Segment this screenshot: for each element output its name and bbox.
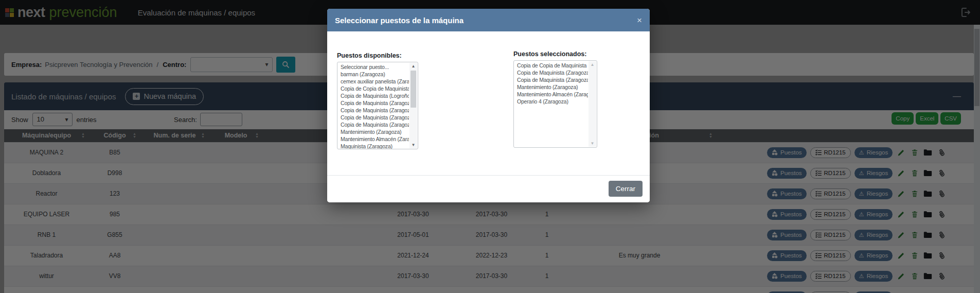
modal-header: Seleccionar puestos de la máquina × [327, 9, 650, 31]
listbox-option[interactable]: Copia de Maquinista (Logroño) [337, 92, 409, 99]
scrollbar-thumb[interactable] [411, 71, 416, 108]
selected-options: Copia de Copia de Maquinista (Zaragoza)C… [514, 62, 588, 105]
modal-body: Puestos disponibles: Seleccionar puesto.… [327, 31, 650, 175]
listbox-option[interactable]: Copia de Maquinista (Zaragoza) [337, 114, 409, 121]
select-puestos-modal: Seleccionar puestos de la máquina × Pues… [327, 9, 650, 202]
scroll-down-icon[interactable]: ▼ [409, 142, 417, 148]
listbox-option[interactable]: Copia de Maquinista (Zaragoza) [337, 99, 409, 107]
scroll-up-icon[interactable]: ▲ [589, 61, 596, 68]
listbox-option[interactable]: Mantenimiento Almacén (Zaragoza) [337, 135, 409, 143]
listbox-option[interactable]: Mantenimiento Almacén (Zaragoza) [514, 91, 588, 98]
available-label: Puestos disponibles: [337, 52, 418, 59]
listbox-option[interactable]: Seleccionar puesto... [337, 63, 409, 71]
selected-listbox[interactable]: Copia de Copia de Maquinista (Zaragoza)C… [513, 60, 597, 148]
cerrar-button[interactable]: Cerrar [609, 181, 643, 197]
available-scrollbar[interactable]: ▲ ▼ [409, 63, 417, 148]
available-listbox[interactable]: Seleccionar puesto...barman (Zaragoza)ce… [337, 62, 418, 149]
listbox-option[interactable]: Copia de Maquinista (Zaragoza) [337, 121, 409, 128]
modal-footer: Cerrar [327, 175, 650, 202]
listbox-option[interactable]: Mantenimiento (Zaragoza) [337, 128, 409, 135]
listbox-option[interactable]: Copia de Copia de Maquinista (Zaragoza) [514, 62, 588, 69]
listbox-option[interactable]: Copia de Maquinista (Zaragoza) [514, 69, 588, 76]
scroll-down-icon[interactable]: ▼ [589, 140, 596, 147]
listbox-option[interactable]: Maquinista (Zaragoza) [337, 143, 409, 149]
listbox-option[interactable]: Copia de Copia de Maquinista (Zaragoza) [337, 85, 409, 92]
listbox-option[interactable]: Copia de Maquinista (Zaragoza) [514, 76, 588, 83]
listbox-option[interactable]: Mantenimiento (Zaragoza) [514, 83, 588, 91]
listbox-option[interactable]: barman (Zaragoza) [337, 71, 409, 78]
modal-title: Seleccionar puestos de la máquina [335, 16, 464, 25]
listbox-option[interactable]: cemex auxiliar panelista (Zaragoza) [337, 78, 409, 85]
available-options: Seleccionar puesto...barman (Zaragoza)ce… [337, 63, 409, 149]
close-icon[interactable]: × [637, 16, 642, 25]
selected-scrollbar[interactable]: ▲ ▼ [589, 61, 596, 147]
listbox-option[interactable]: Copia de Maquinista (Zaragoza) [337, 107, 409, 114]
listbox-option[interactable]: Operario 4 (Zaragoza) [514, 98, 588, 105]
selected-label: Puestos seleccionados: [513, 50, 597, 58]
scroll-up-icon[interactable]: ▲ [409, 63, 417, 70]
